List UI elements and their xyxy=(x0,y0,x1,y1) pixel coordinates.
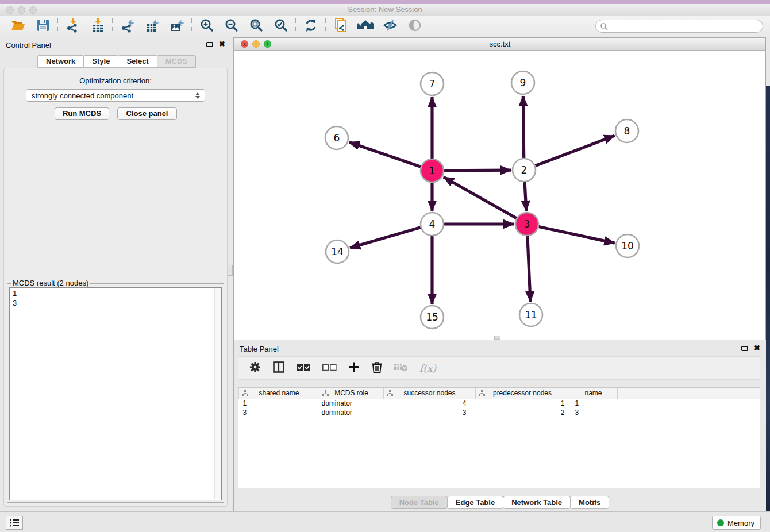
table-cell[interactable]: 3 xyxy=(569,408,618,417)
graph-node-label: 11 xyxy=(525,309,537,321)
table-cell[interactable]: dominator xyxy=(319,399,384,408)
graph-edge-3-1[interactable] xyxy=(444,177,517,218)
list-icon xyxy=(10,519,19,527)
network-window-titlebar[interactable]: x − + scc.txt xyxy=(234,38,765,51)
table-tabs: Node Table Edge Table Network Table Moti… xyxy=(234,496,766,509)
show-graphics-button[interactable] xyxy=(402,18,427,35)
float-panel-icon[interactable] xyxy=(206,42,213,47)
refresh-button[interactable] xyxy=(298,18,323,35)
table-cell[interactable]: dominator xyxy=(319,408,384,417)
column-header-predecessor-nodes[interactable]: predecessor nodes xyxy=(476,388,569,399)
app-titlebar[interactable]: Session: New Session xyxy=(0,4,770,16)
column-header-shared-name[interactable]: shared name xyxy=(239,388,319,399)
graph-node-label: 8 xyxy=(624,125,630,137)
mcds-result-text[interactable]: 1 3 xyxy=(9,287,222,500)
tab-node-table[interactable]: Node Table xyxy=(391,496,448,509)
desktop-background-strip xyxy=(766,86,770,532)
toolbar-separator xyxy=(57,18,58,34)
delete-table-button[interactable] xyxy=(394,362,409,375)
select-all-button[interactable] xyxy=(296,363,311,373)
graph-edge-2-8[interactable] xyxy=(536,136,615,165)
graph-edge-1-6[interactable] xyxy=(349,142,421,167)
zoom-in-button[interactable] xyxy=(194,18,219,35)
column-header-mcds-role[interactable]: MCDS role xyxy=(319,388,384,399)
tab-select[interactable]: Select xyxy=(118,55,157,68)
table-cell[interactable]: 1 xyxy=(239,399,319,408)
sort-icon xyxy=(387,390,393,398)
tab-style[interactable]: Style xyxy=(83,55,118,68)
memory-button[interactable]: Memory xyxy=(712,516,761,530)
maximize-network-button[interactable]: + xyxy=(264,40,271,48)
graph-edge-2-3[interactable] xyxy=(525,182,526,211)
table-cell[interactable]: 2 xyxy=(476,408,569,417)
close-table-panel-icon[interactable]: ✖ xyxy=(754,345,760,352)
column-header-name[interactable]: name xyxy=(569,388,618,399)
table-cell[interactable]: 3 xyxy=(239,408,319,417)
task-history-button[interactable] xyxy=(6,516,23,530)
add-column-button[interactable] xyxy=(348,361,360,376)
export-network-button[interactable] xyxy=(115,18,140,35)
graph-edge-3-10[interactable] xyxy=(539,226,615,243)
mcds-panel: Optimization criterion: strongly connect… xyxy=(3,68,228,507)
close-panel-icon[interactable]: ✖ xyxy=(219,41,225,48)
graph-node-label: 3 xyxy=(524,218,530,230)
graph-canvas[interactable]: 7968124314101511 xyxy=(234,51,765,340)
import-network-button[interactable] xyxy=(60,18,85,35)
show-columns-button[interactable] xyxy=(272,361,285,376)
node-table-body: 1dominator4113dominator323 xyxy=(239,399,760,417)
tab-motifs[interactable]: Motifs xyxy=(570,496,609,509)
eye-icon xyxy=(407,18,422,35)
save-session-button[interactable] xyxy=(30,18,55,35)
zoom-fit-button[interactable] xyxy=(244,18,268,35)
close-panel-button[interactable]: Close panel xyxy=(117,107,177,120)
open-file-button[interactable] xyxy=(6,18,30,35)
tab-edge-table[interactable]: Edge Table xyxy=(447,496,503,509)
graph-edge-4-14[interactable] xyxy=(350,228,421,248)
zoom-selected-button[interactable] xyxy=(268,18,293,35)
graph-node-label: 6 xyxy=(334,132,340,144)
table-settings-button[interactable] xyxy=(249,361,261,376)
minimize-window-button[interactable] xyxy=(18,6,25,14)
import-table-button[interactable] xyxy=(85,18,110,35)
result-scrollbar[interactable] xyxy=(214,288,221,499)
table-row[interactable]: 1dominator411 xyxy=(239,399,760,408)
toolbar-separator xyxy=(112,18,113,34)
hide-panel-button[interactable] xyxy=(378,18,402,35)
table-cell[interactable]: 4 xyxy=(384,399,476,408)
home-layout-button[interactable] xyxy=(353,18,378,35)
zoom-out-button[interactable] xyxy=(219,18,244,35)
graph-edge-3-11[interactable] xyxy=(528,236,530,302)
zoom-window-button[interactable] xyxy=(29,6,37,14)
close-network-button[interactable]: x xyxy=(241,40,248,48)
search-field[interactable] xyxy=(595,20,763,33)
run-mcds-button[interactable]: Run MCDS xyxy=(55,107,109,120)
splitter-handle[interactable] xyxy=(228,265,233,276)
criterion-value: strongly connected component xyxy=(26,91,193,100)
float-table-panel-icon[interactable] xyxy=(741,346,748,351)
column-header-successor-nodes[interactable]: successor nodes xyxy=(384,388,476,399)
tab-mcds[interactable]: MCDS xyxy=(157,55,196,68)
minimize-network-button[interactable]: − xyxy=(252,40,260,48)
export-table-button[interactable] xyxy=(140,18,164,35)
criterion-dropdown[interactable]: strongly connected component xyxy=(26,89,205,102)
export-image-button[interactable] xyxy=(164,18,189,35)
tab-network-table[interactable]: Network Table xyxy=(503,496,571,509)
graph-node-label: 9 xyxy=(520,77,526,88)
graph-edge-1-2[interactable] xyxy=(444,170,511,171)
search-input[interactable] xyxy=(608,21,763,32)
graph-edge-2-9[interactable] xyxy=(523,96,523,158)
table-cell[interactable]: 1 xyxy=(569,399,618,408)
close-window-button[interactable] xyxy=(6,6,14,14)
delete-column-button[interactable] xyxy=(371,361,383,376)
node-table: shared name MCDS role successor nodes pr… xyxy=(238,387,760,488)
table-cell[interactable]: 3 xyxy=(384,408,476,417)
table-panel: Table Panel ✖ f(x) xyxy=(234,341,766,511)
table-row[interactable]: 3dominator323 xyxy=(239,408,760,417)
function-builder-button[interactable]: f(x) xyxy=(419,363,436,374)
clone-network-button[interactable] xyxy=(328,18,353,35)
tab-network[interactable]: Network xyxy=(37,55,84,68)
network-resize-grip[interactable] xyxy=(494,336,500,340)
deselect-all-button[interactable] xyxy=(322,363,337,373)
table-cell[interactable]: 1 xyxy=(476,399,569,408)
main-toolbar xyxy=(0,16,770,37)
